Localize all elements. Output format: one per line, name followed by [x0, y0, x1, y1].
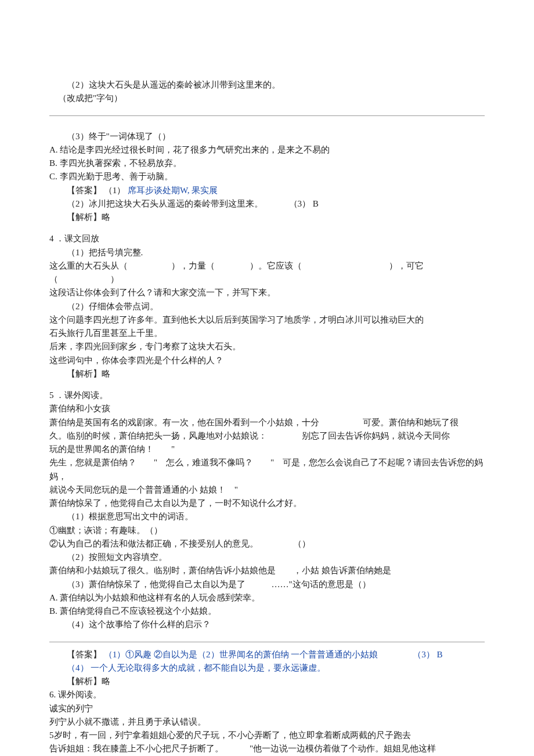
q5-p2a: 先生，您就是萧伯纳？ " 怎么，难道我不像吗？ " 可是，您怎么会说自己了不起呢…	[49, 456, 485, 483]
answer-line	[49, 107, 485, 116]
q3-optB: B. 李四光执著探索，不轻易放弃。	[49, 157, 485, 170]
answer-line	[49, 633, 485, 642]
q4-line2: 这段话让你体会到了什么？请和大家交流一下，并写下来。	[49, 286, 485, 299]
answer-label: 【答案】	[67, 650, 102, 659]
q5-q1b: ②认为自己的看法和做法都正确，不接受别人的意见。 （）	[49, 537, 485, 551]
q5-q4: （4）这个故事给了你什么样的启示？	[49, 618, 485, 631]
q4-text4: 这些词句中，你体会李四光是个什么样的人？	[49, 354, 485, 367]
q5-p3: 萧伯纳惊呆了，他觉得自己太自以为是了，一时不知说什么才好。	[49, 497, 485, 510]
spacer	[49, 122, 485, 130]
q6-h: 诚实的列宁	[49, 702, 485, 715]
q5-p1c: 玩的是世界闻名的萧伯纳！ "	[49, 443, 485, 456]
q3-block: （3）终于"一词体现了（） A. 结论是李四光经过很长时间，花了很多力气研究出来…	[49, 130, 485, 225]
q5-q3: （3）萧伯纳惊呆了，他觉得自己太自以为是了 ……"这句话的意思是（）	[49, 578, 485, 591]
q5-h: 萧伯纳和小女孩	[49, 402, 485, 415]
q2-block: （2）这块大石头是从遥远的秦岭被冰川带到这里来的。 （改成把"字句）	[49, 78, 485, 116]
q5-jiexi: 【解析】略	[49, 675, 485, 688]
q5-p1b: 久。临别的时候，萧伯纳把头一扬，风趣地对小姑娘说： 别忘了回去告诉你妈妈，就说今…	[49, 429, 485, 443]
q5-q1: （1）根据意思写出文中的词语。	[49, 510, 485, 523]
q4-text2: 石头旅行几百里甚至上千里。	[49, 327, 485, 340]
q4-block: 4 ．课文回放 （1）把括号填完整. 这么重的大石头从（ ），力量（ ）。它应该…	[49, 232, 485, 381]
q5-q3a: A. 萧伯纳以为小姑娘和他这样有名的人玩会感到荣幸。	[49, 591, 485, 605]
q4-title: 4 ．课文回放	[49, 232, 485, 245]
q6-title: 6. 课外阅读。	[49, 688, 485, 701]
q4-text1: 这个问题李四光想了许多年。直到他长大以后后到英国学习了地质学，才明白冰川可以推动…	[49, 313, 485, 327]
q5-answer-2: （4） 一个人无论取得多大的成就，都不能自以为是，要永远谦虚。	[49, 661, 485, 675]
q5-q1a: ①幽默；诙谐；有趣味。（）	[49, 524, 485, 537]
spacer	[49, 224, 485, 232]
q5-block: 5 ．课外阅读。 萧伯纳和小女孩 萧伯纳是英国有名的戏剧家。有一次，他在国外看到…	[49, 389, 485, 688]
q5-title: 5 ．课外阅读。	[49, 389, 485, 402]
q3-answer-2: （2）冰川把这块大石头从遥远的秦岭带到这里来。 （3） B	[49, 197, 485, 211]
answer-blue: （1）①风趣 ②自以为是（2）世界闻名的萧伯纳 一个普普通通的小姑娘 （3） B	[104, 650, 443, 659]
page: （2）这块大石头是从遥远的秦岭被冰川带到这里来的。 （改成把"字句） （3）终于…	[0, 0, 534, 756]
spacer	[49, 381, 485, 389]
q6-p2a: 5岁时，有一回，列宁拿着姐姐心爱的尺子玩，不小心弄断了，他立即拿着断成两截的尺子…	[49, 729, 485, 742]
q4-p1: （1）把括号填完整.	[49, 246, 485, 259]
q5-p2b: 就说今天同您玩的是一个普普通通的小 姑娘！ "	[49, 483, 485, 497]
q5-q2: （2）按照短文内容填空。	[49, 551, 485, 564]
answer-1-blue: 席耳步谈处期W, 果实展	[128, 186, 218, 195]
q5-answer: 【答案】 （1）①风趣 ②自以为是（2）世界闻名的萧伯纳 一个普普通通的小姑娘 …	[49, 648, 485, 661]
q3-prompt: （3）终于"一词体现了（）	[49, 130, 485, 143]
q3-optC: C. 李四光勤于思考、善于动脑。	[49, 170, 485, 183]
q6-p1: 列宁从小就不撒谎，并且勇于承认错误。	[49, 715, 485, 729]
q4-jiexi: 【解析】略	[49, 367, 485, 381]
q3-optA: A. 结论是李四光经过很长时间，花了很多力气研究出来的，是来之不易的	[49, 143, 485, 157]
q5-q2a: 萧伯纳和小姑娘玩了很久。临别时，萧伯纳告诉小姑娘他是 ，小姑 娘告诉萧伯纳她是	[49, 564, 485, 577]
q2-prompt: （2）这块大石头是从遥远的秦岭被冰川带到这里来的。	[49, 78, 485, 92]
answer-label: 【答案】	[67, 186, 102, 195]
q4-text3: 后来，李四光回到家乡，专门考察了这块大石头。	[49, 340, 485, 353]
answer-1-pre: （1）	[104, 186, 126, 195]
q2-instruction: （改成把"字句）	[49, 92, 485, 105]
q3-answer: 【答案】 （1） 席耳步谈处期W, 果实展	[49, 184, 485, 197]
q5-q3b: B. 萧伯纳觉得自己不应该轻视这个小姑娘。	[49, 605, 485, 618]
q5-p1a: 萧伯纳是英国有名的戏剧家。有一次，他在国外看到一个小姑娘，十分 可爱。萧伯纳和她…	[49, 416, 485, 429]
q4-line1a: 这么重的大石头从（ ），力量（ ）。它应该（ ），可它（ ）	[49, 259, 485, 287]
q6-block: 6. 课外阅读。 诚实的列宁 列宁从小就不撒谎，并且勇于承认错误。 5岁时，有一…	[49, 688, 485, 756]
q4-p2: （2）仔细体会带点词。	[49, 300, 485, 313]
q6-p2b: 告诉姐姐：我在膝盖上不小心把尺子折断了。 "他一边说一边模仿着做了个动作。姐姐见…	[49, 742, 485, 755]
q3-jiexi: 【解析】略	[49, 211, 485, 224]
